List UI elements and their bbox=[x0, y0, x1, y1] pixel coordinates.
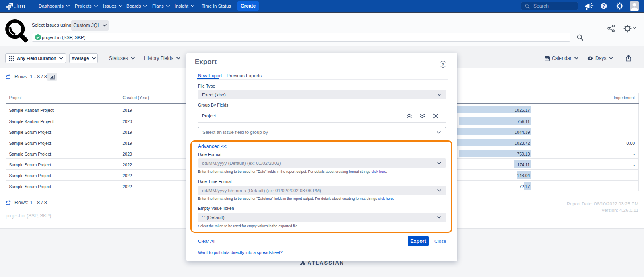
svg-text:?: ? bbox=[603, 4, 605, 8]
